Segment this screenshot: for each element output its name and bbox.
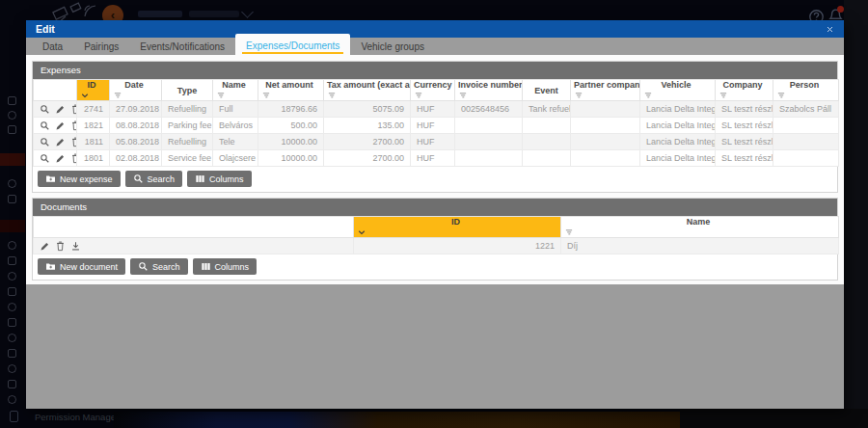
edit-icon (55, 104, 66, 115)
column-header-id[interactable]: ID (77, 80, 110, 101)
search-button[interactable]: Search (130, 258, 188, 275)
column-label: ID (451, 217, 460, 227)
columns-button[interactable]: Columns (193, 258, 258, 275)
tab-pairings[interactable]: Pairings (73, 38, 129, 55)
tab-data[interactable]: Data (32, 38, 73, 55)
tab-events-notifications[interactable]: Events/Notifications (129, 38, 235, 55)
cell-company: SL teszt részleg (716, 134, 773, 150)
column-header-type[interactable]: Type (162, 80, 213, 101)
row-download-button[interactable] (70, 241, 81, 252)
dialog-content: Expenses IDDateTypeNameNet amountTax amo… (26, 55, 844, 284)
cell-net-amount: 18796.66 (258, 101, 324, 118)
row-delete-button[interactable] (55, 241, 66, 252)
row-delete-button[interactable] (70, 153, 77, 164)
sidebar-dim-icon (8, 272, 16, 281)
sidebar-dim-icon (8, 125, 16, 134)
expense-row[interactable]: 274127.09.2018RefuellingFull18796.665075… (34, 101, 839, 118)
cell-type: Service fee (162, 150, 213, 167)
cell-id: 1221 (354, 238, 561, 254)
columns-icon (195, 174, 205, 184)
column-label: Name (222, 80, 246, 90)
cell-partner-company (571, 101, 640, 118)
column-header-invoice-number[interactable]: Invoice number (455, 80, 523, 101)
filter-icon (776, 91, 786, 100)
column-label: Type (177, 86, 197, 95)
sidebar-dim-icon (8, 349, 16, 358)
column-header-id[interactable]: ID (354, 217, 561, 238)
delete-icon (70, 104, 77, 115)
row-search-button[interactable] (40, 120, 50, 131)
row-actions-cell (34, 118, 77, 134)
row-edit-button[interactable] (55, 104, 66, 115)
row-delete-button[interactable] (70, 137, 77, 147)
expense-row[interactable]: 182108.08.2018Parking feeBelváros500.001… (34, 118, 839, 134)
row-delete-button[interactable] (70, 120, 77, 131)
new-document-button[interactable]: New document (38, 258, 125, 275)
column-header-partner-company[interactable]: Partner company (571, 80, 640, 101)
cell-net-amount: 500.00 (258, 118, 324, 134)
sidebar-dim-icon (8, 241, 16, 250)
filter-icon (327, 91, 337, 100)
row-edit-button[interactable] (55, 137, 66, 147)
cell-tax-amount-exact-amount: 2700.00 (324, 134, 411, 150)
column-header-vehicle[interactable]: Vehicle (640, 80, 716, 101)
column-header-net-amount[interactable]: Net amount (258, 80, 324, 101)
sidebar-dim-icon (8, 380, 16, 388)
column-header-name[interactable]: Name (561, 217, 839, 238)
row-search-button[interactable] (40, 137, 50, 147)
cell-currency: HUF (411, 118, 455, 134)
row-edit-button[interactable] (55, 120, 66, 131)
button-label: New document (60, 262, 118, 272)
column-header-tax-amount-exact-amount[interactable]: Tax amount (exact amount) (324, 80, 411, 101)
column-header-actions[interactable] (34, 80, 77, 101)
cell-event (523, 118, 571, 134)
button-label: Search (152, 262, 180, 272)
column-header-person[interactable]: Person (773, 80, 839, 101)
row-actions-cell (34, 101, 77, 118)
documents-table: IDName1221Díj (33, 216, 839, 254)
cell-id: 1801 (77, 150, 110, 167)
documents-panel-title: Documents (33, 199, 837, 216)
filter-icon (261, 91, 271, 100)
column-header-actions[interactable] (34, 217, 354, 238)
column-header-date[interactable]: Date (110, 80, 162, 101)
cell-type: Parking fee (162, 118, 213, 134)
row-search-button[interactable] (40, 153, 50, 164)
column-header-currency[interactable]: Currency (411, 80, 455, 101)
expense-row[interactable]: 180102.08.2018Service feeOlajcsere10000.… (34, 150, 839, 167)
cell-partner-company (571, 134, 640, 150)
expenses-panel: Expenses IDDateTypeNameNet amountTax amo… (32, 61, 838, 193)
column-header-event[interactable]: Event (523, 80, 571, 101)
column-header-name[interactable]: Name (213, 80, 258, 101)
new-expense-button[interactable]: New expense (38, 171, 121, 187)
close-button[interactable] (826, 25, 834, 34)
edit-icon (55, 153, 66, 164)
tab-expenses-documents[interactable]: Expenses/Documents (235, 34, 350, 55)
row-search-button[interactable] (40, 104, 50, 115)
cell-person (773, 118, 839, 134)
columns-button[interactable]: Columns (187, 171, 252, 187)
expense-row[interactable]: 181105.08.2018RefuellingTele10000.002700… (34, 134, 839, 150)
sidebar-item-permission-manager[interactable]: Permission Manager (35, 412, 119, 422)
cell-date: 08.08.2018 (110, 118, 162, 134)
row-delete-button[interactable] (70, 104, 77, 115)
expenses-toolbar: New expenseSearchColumns (33, 167, 837, 192)
cell-name: Olajcsere (213, 150, 258, 167)
search-button[interactable]: Search (125, 171, 183, 187)
column-header-company[interactable]: Company (716, 80, 773, 101)
search-icon (40, 153, 50, 164)
cell-tax-amount-exact-amount: 2700.00 (324, 150, 411, 167)
sidebar-highlight (0, 220, 25, 232)
row-edit-button[interactable] (55, 153, 66, 164)
search-icon (40, 104, 50, 115)
tab-vehicle-groups[interactable]: Vehicle groups (350, 38, 435, 55)
filter-icon (574, 91, 583, 100)
row-edit-button[interactable] (40, 241, 50, 252)
cell-event: Tank refuel (523, 101, 571, 118)
filter-icon (113, 91, 122, 100)
dimmed-address-text (189, 11, 239, 17)
search-icon (40, 137, 50, 147)
filter-icon (216, 91, 226, 100)
search-icon (40, 120, 50, 131)
document-row[interactable]: 1221Díj (34, 238, 839, 254)
